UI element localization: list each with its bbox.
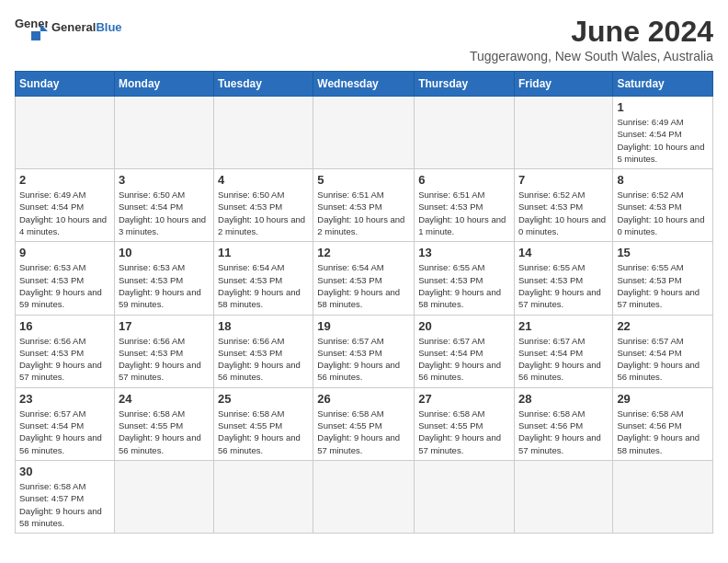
day-number: 16 <box>19 319 110 333</box>
day-info: Sunrise: 6:57 AM Sunset: 4:54 PM Dayligh… <box>617 335 709 384</box>
day-info: Sunrise: 6:57 AM Sunset: 4:54 PM Dayligh… <box>19 408 110 456</box>
calendar-cell: 28Sunrise: 6:58 AM Sunset: 4:56 PM Dayli… <box>514 387 612 460</box>
day-info: Sunrise: 6:52 AM Sunset: 4:53 PM Dayligh… <box>518 189 609 237</box>
day-number: 21 <box>518 319 609 333</box>
day-number: 6 <box>418 173 510 187</box>
logo: General GeneralBlue <box>15 15 122 40</box>
calendar-cell <box>313 97 415 169</box>
day-number: 22 <box>617 319 709 333</box>
calendar-week-row: 9Sunrise: 6:53 AM Sunset: 4:53 PM Daylig… <box>16 242 713 315</box>
day-number: 1 <box>617 100 709 114</box>
calendar-week-row: 30Sunrise: 6:58 AM Sunset: 4:57 PM Dayli… <box>16 460 713 533</box>
calendar-cell: 27Sunrise: 6:58 AM Sunset: 4:55 PM Dayli… <box>415 387 515 460</box>
calendar-cell <box>214 97 313 169</box>
day-info: Sunrise: 6:56 AM Sunset: 4:53 PM Dayligh… <box>119 335 210 384</box>
day-info: Sunrise: 6:55 AM Sunset: 4:53 PM Dayligh… <box>518 261 609 310</box>
calendar-cell: 3Sunrise: 6:50 AM Sunset: 4:54 PM Daylig… <box>114 169 213 242</box>
calendar-cell: 2Sunrise: 6:49 AM Sunset: 4:54 PM Daylig… <box>16 169 115 242</box>
calendar-header-row: SundayMondayTuesdayWednesdayThursdayFrid… <box>16 72 713 97</box>
day-info: Sunrise: 6:56 AM Sunset: 4:53 PM Dayligh… <box>19 335 110 384</box>
title-area: June 2024 Tuggerawong, New South Wales, … <box>470 15 713 63</box>
column-header-tuesday: Tuesday <box>214 72 313 97</box>
calendar-cell: 12Sunrise: 6:54 AM Sunset: 4:53 PM Dayli… <box>313 242 415 315</box>
column-header-monday: Monday <box>114 72 213 97</box>
calendar-cell <box>514 97 612 169</box>
day-number: 13 <box>418 246 510 259</box>
calendar-cell: 13Sunrise: 6:55 AM Sunset: 4:53 PM Dayli… <box>415 242 515 315</box>
calendar-cell <box>114 460 213 533</box>
day-number: 25 <box>218 392 309 406</box>
day-info: Sunrise: 6:54 AM Sunset: 4:53 PM Dayligh… <box>218 261 309 310</box>
day-number: 23 <box>19 392 110 406</box>
logo-icon: General <box>15 15 48 40</box>
day-info: Sunrise: 6:50 AM Sunset: 4:54 PM Dayligh… <box>119 189 210 237</box>
day-info: Sunrise: 6:51 AM Sunset: 4:53 PM Dayligh… <box>418 189 510 237</box>
day-number: 2 <box>19 173 110 187</box>
column-header-sunday: Sunday <box>16 72 115 97</box>
calendar-week-row: 1Sunrise: 6:49 AM Sunset: 4:54 PM Daylig… <box>16 97 713 169</box>
calendar-cell: 8Sunrise: 6:52 AM Sunset: 4:53 PM Daylig… <box>613 169 713 242</box>
column-header-friday: Friday <box>514 72 612 97</box>
calendar-cell <box>613 460 713 533</box>
calendar-cell: 29Sunrise: 6:58 AM Sunset: 4:56 PM Dayli… <box>613 387 713 460</box>
calendar-cell: 25Sunrise: 6:58 AM Sunset: 4:55 PM Dayli… <box>214 387 313 460</box>
day-number: 12 <box>317 246 410 259</box>
day-number: 5 <box>317 173 410 187</box>
day-info: Sunrise: 6:52 AM Sunset: 4:53 PM Dayligh… <box>617 189 709 237</box>
day-number: 20 <box>418 319 510 333</box>
day-info: Sunrise: 6:51 AM Sunset: 4:53 PM Dayligh… <box>317 189 410 237</box>
calendar-cell: 22Sunrise: 6:57 AM Sunset: 4:54 PM Dayli… <box>613 315 713 387</box>
calendar-cell <box>415 97 515 169</box>
calendar-cell: 15Sunrise: 6:55 AM Sunset: 4:53 PM Dayli… <box>613 242 713 315</box>
column-header-thursday: Thursday <box>415 72 515 97</box>
calendar-cell: 9Sunrise: 6:53 AM Sunset: 4:53 PM Daylig… <box>16 242 115 315</box>
calendar-cell: 5Sunrise: 6:51 AM Sunset: 4:53 PM Daylig… <box>313 169 415 242</box>
column-header-saturday: Saturday <box>613 72 713 97</box>
calendar-cell: 17Sunrise: 6:56 AM Sunset: 4:53 PM Dayli… <box>114 315 213 387</box>
day-number: 3 <box>119 173 210 187</box>
day-number: 15 <box>617 246 709 259</box>
day-number: 7 <box>518 173 609 187</box>
svg-marker-1 <box>31 31 40 40</box>
day-info: Sunrise: 6:58 AM Sunset: 4:55 PM Dayligh… <box>317 408 410 456</box>
day-info: Sunrise: 6:58 AM Sunset: 4:55 PM Dayligh… <box>418 408 510 456</box>
calendar-cell: 18Sunrise: 6:56 AM Sunset: 4:53 PM Dayli… <box>214 315 313 387</box>
calendar-cell: 4Sunrise: 6:50 AM Sunset: 4:53 PM Daylig… <box>214 169 313 242</box>
calendar-week-row: 16Sunrise: 6:56 AM Sunset: 4:53 PM Dayli… <box>16 315 713 387</box>
day-info: Sunrise: 6:53 AM Sunset: 4:53 PM Dayligh… <box>119 261 210 310</box>
calendar-cell <box>16 97 115 169</box>
day-info: Sunrise: 6:58 AM Sunset: 4:55 PM Dayligh… <box>218 408 309 456</box>
day-info: Sunrise: 6:58 AM Sunset: 4:55 PM Dayligh… <box>119 408 210 456</box>
day-number: 11 <box>218 246 309 259</box>
calendar-cell <box>214 460 313 533</box>
day-number: 9 <box>19 246 110 259</box>
calendar-cell: 7Sunrise: 6:52 AM Sunset: 4:53 PM Daylig… <box>514 169 612 242</box>
day-info: Sunrise: 6:57 AM Sunset: 4:54 PM Dayligh… <box>518 335 609 384</box>
calendar-cell <box>415 460 515 533</box>
calendar-cell: 1Sunrise: 6:49 AM Sunset: 4:54 PM Daylig… <box>613 97 713 169</box>
day-info: Sunrise: 6:55 AM Sunset: 4:53 PM Dayligh… <box>418 261 510 310</box>
calendar-cell: 20Sunrise: 6:57 AM Sunset: 4:54 PM Dayli… <box>415 315 515 387</box>
day-number: 17 <box>119 319 210 333</box>
day-number: 4 <box>218 173 309 187</box>
calendar-cell: 24Sunrise: 6:58 AM Sunset: 4:55 PM Dayli… <box>114 387 213 460</box>
day-info: Sunrise: 6:58 AM Sunset: 4:56 PM Dayligh… <box>617 408 709 456</box>
day-number: 18 <box>218 319 309 333</box>
calendar-table: SundayMondayTuesdayWednesdayThursdayFrid… <box>15 71 713 534</box>
calendar-cell: 11Sunrise: 6:54 AM Sunset: 4:53 PM Dayli… <box>214 242 313 315</box>
day-number: 26 <box>317 392 410 406</box>
calendar-cell: 10Sunrise: 6:53 AM Sunset: 4:53 PM Dayli… <box>114 242 213 315</box>
day-info: Sunrise: 6:58 AM Sunset: 4:56 PM Dayligh… <box>518 408 609 456</box>
calendar-cell <box>313 460 415 533</box>
calendar-cell: 26Sunrise: 6:58 AM Sunset: 4:55 PM Dayli… <box>313 387 415 460</box>
day-info: Sunrise: 6:53 AM Sunset: 4:53 PM Dayligh… <box>19 261 110 310</box>
day-number: 27 <box>418 392 510 406</box>
calendar-cell: 6Sunrise: 6:51 AM Sunset: 4:53 PM Daylig… <box>415 169 515 242</box>
day-info: Sunrise: 6:49 AM Sunset: 4:54 PM Dayligh… <box>19 189 110 237</box>
month-title: June 2024 <box>470 15 713 49</box>
calendar-cell: 19Sunrise: 6:57 AM Sunset: 4:53 PM Dayli… <box>313 315 415 387</box>
day-number: 19 <box>317 319 410 333</box>
day-info: Sunrise: 6:49 AM Sunset: 4:54 PM Dayligh… <box>617 116 709 165</box>
day-info: Sunrise: 6:55 AM Sunset: 4:53 PM Dayligh… <box>617 261 709 310</box>
day-info: Sunrise: 6:56 AM Sunset: 4:53 PM Dayligh… <box>218 335 309 384</box>
